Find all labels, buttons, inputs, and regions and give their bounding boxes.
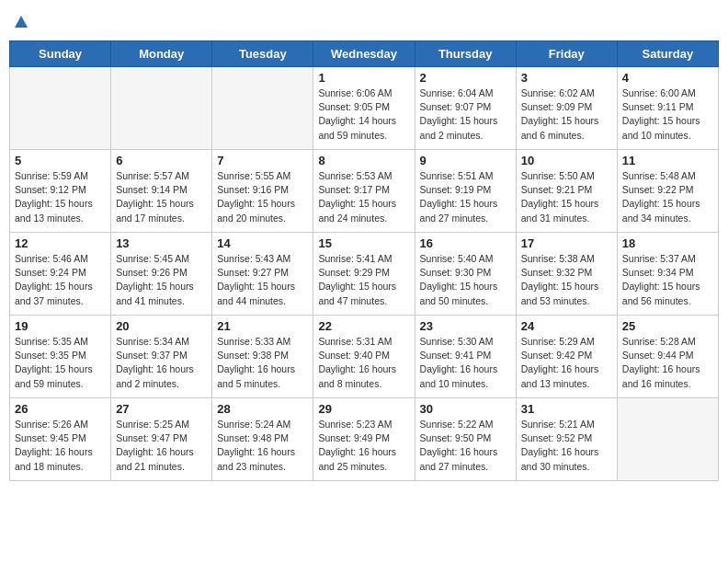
day-number: 27	[116, 402, 207, 416]
calendar-day-cell	[617, 398, 718, 481]
day-number: 23	[420, 319, 511, 333]
day-info: Sunrise: 5:29 AM Sunset: 9:42 PM Dayligh…	[521, 335, 612, 391]
day-info: Sunrise: 5:40 AM Sunset: 9:30 PM Dayligh…	[420, 252, 511, 308]
day-info: Sunrise: 5:55 AM Sunset: 9:16 PM Dayligh…	[217, 169, 308, 225]
calendar-day-cell: 14Sunrise: 5:43 AM Sunset: 9:27 PM Dayli…	[212, 233, 313, 316]
day-number: 8	[318, 154, 409, 167]
day-number: 2	[420, 71, 511, 85]
day-info: Sunrise: 6:02 AM Sunset: 9:09 PM Dayligh…	[521, 86, 612, 143]
day-number: 14	[217, 236, 308, 250]
calendar-day-cell: 12Sunrise: 5:46 AM Sunset: 9:24 PM Dayli…	[10, 233, 111, 316]
calendar-week-row: 5Sunrise: 5:59 AM Sunset: 9:12 PM Daylig…	[10, 150, 719, 233]
calendar-day-cell: 29Sunrise: 5:23 AM Sunset: 9:49 PM Dayli…	[313, 398, 415, 481]
day-number: 4	[622, 71, 713, 85]
day-number: 13	[116, 236, 207, 250]
calendar-day-cell: 19Sunrise: 5:35 AM Sunset: 9:35 PM Dayli…	[10, 316, 111, 398]
day-number: 16	[420, 236, 511, 250]
day-info: Sunrise: 6:00 AM Sunset: 9:11 PM Dayligh…	[622, 86, 713, 143]
calendar-day-cell: 26Sunrise: 5:26 AM Sunset: 9:45 PM Dayli…	[10, 398, 111, 481]
calendar-day-cell: 23Sunrise: 5:30 AM Sunset: 9:41 PM Dayli…	[415, 316, 516, 398]
calendar-day-cell: 7Sunrise: 5:55 AM Sunset: 9:16 PM Daylig…	[212, 150, 313, 233]
calendar-day-cell: 31Sunrise: 5:21 AM Sunset: 9:52 PM Dayli…	[516, 398, 617, 481]
calendar-week-row: 26Sunrise: 5:26 AM Sunset: 9:45 PM Dayli…	[10, 398, 719, 481]
calendar-day-cell: 30Sunrise: 5:22 AM Sunset: 9:50 PM Dayli…	[415, 398, 516, 481]
day-number: 18	[622, 236, 713, 250]
calendar-day-cell: 1Sunrise: 6:06 AM Sunset: 9:05 PM Daylig…	[313, 67, 415, 150]
day-of-week-header: Sunday	[10, 41, 111, 67]
day-number: 21	[217, 319, 308, 333]
day-number: 19	[15, 319, 106, 333]
calendar-day-cell: 18Sunrise: 5:37 AM Sunset: 9:34 PM Dayli…	[617, 233, 718, 316]
day-number: 12	[15, 236, 106, 250]
day-of-week-header: Friday	[516, 41, 617, 67]
day-number: 20	[116, 319, 207, 333]
day-info: Sunrise: 5:41 AM Sunset: 9:29 PM Dayligh…	[318, 252, 409, 308]
day-info: Sunrise: 5:51 AM Sunset: 9:19 PM Dayligh…	[420, 169, 511, 225]
day-number: 1	[318, 71, 409, 85]
day-number: 10	[521, 154, 612, 167]
day-number: 31	[521, 402, 612, 416]
day-info: Sunrise: 5:24 AM Sunset: 9:48 PM Dayligh…	[217, 418, 308, 474]
day-info: Sunrise: 5:37 AM Sunset: 9:34 PM Dayligh…	[622, 252, 713, 308]
calendar-day-cell: 21Sunrise: 5:33 AM Sunset: 9:38 PM Dayli…	[212, 316, 313, 398]
calendar-day-cell: 20Sunrise: 5:34 AM Sunset: 9:37 PM Dayli…	[111, 316, 212, 398]
day-info: Sunrise: 5:21 AM Sunset: 9:52 PM Dayligh…	[521, 418, 612, 474]
calendar-day-cell: 2Sunrise: 6:04 AM Sunset: 9:07 PM Daylig…	[415, 67, 516, 150]
day-info: Sunrise: 5:59 AM Sunset: 9:12 PM Dayligh…	[15, 169, 106, 225]
calendar-day-cell: 3Sunrise: 6:02 AM Sunset: 9:09 PM Daylig…	[516, 67, 617, 150]
day-number: 7	[217, 154, 308, 167]
calendar-day-cell: 5Sunrise: 5:59 AM Sunset: 9:12 PM Daylig…	[10, 150, 111, 233]
day-number: 26	[15, 402, 106, 416]
day-number: 29	[318, 402, 409, 416]
day-info: Sunrise: 5:45 AM Sunset: 9:26 PM Dayligh…	[116, 252, 207, 308]
day-number: 22	[318, 319, 409, 333]
day-info: Sunrise: 5:22 AM Sunset: 9:50 PM Dayligh…	[420, 418, 511, 474]
day-info: Sunrise: 5:26 AM Sunset: 9:45 PM Dayligh…	[15, 418, 106, 474]
calendar-day-cell: 10Sunrise: 5:50 AM Sunset: 9:21 PM Dayli…	[516, 150, 617, 233]
calendar-day-cell: 25Sunrise: 5:28 AM Sunset: 9:44 PM Dayli…	[617, 316, 718, 398]
calendar-day-cell: 6Sunrise: 5:57 AM Sunset: 9:14 PM Daylig…	[111, 150, 212, 233]
day-info: Sunrise: 5:38 AM Sunset: 9:32 PM Dayligh…	[521, 252, 612, 308]
calendar-day-cell	[212, 67, 313, 150]
day-info: Sunrise: 5:34 AM Sunset: 9:37 PM Dayligh…	[116, 335, 207, 391]
day-info: Sunrise: 5:31 AM Sunset: 9:40 PM Dayligh…	[318, 335, 409, 391]
day-info: Sunrise: 5:25 AM Sunset: 9:47 PM Dayligh…	[116, 418, 207, 474]
calendar-header-row: SundayMondayTuesdayWednesdayThursdayFrid…	[10, 41, 719, 67]
day-number: 11	[622, 154, 713, 167]
day-info: Sunrise: 5:53 AM Sunset: 9:17 PM Dayligh…	[318, 169, 409, 225]
day-info: Sunrise: 5:57 AM Sunset: 9:14 PM Dayligh…	[116, 169, 207, 225]
day-info: Sunrise: 5:50 AM Sunset: 9:21 PM Dayligh…	[521, 169, 612, 225]
day-of-week-header: Thursday	[415, 41, 516, 67]
day-number: 15	[318, 236, 409, 250]
day-number: 30	[420, 402, 511, 416]
calendar-day-cell	[111, 67, 212, 150]
calendar-day-cell: 11Sunrise: 5:48 AM Sunset: 9:22 PM Dayli…	[617, 150, 718, 233]
day-number: 17	[521, 236, 612, 250]
day-info: Sunrise: 5:23 AM Sunset: 9:49 PM Dayligh…	[318, 418, 409, 474]
calendar-day-cell: 28Sunrise: 5:24 AM Sunset: 9:48 PM Dayli…	[212, 398, 313, 481]
day-info: Sunrise: 5:43 AM Sunset: 9:27 PM Dayligh…	[217, 252, 308, 308]
logo	[13, 9, 28, 33]
day-info: Sunrise: 5:28 AM Sunset: 9:44 PM Dayligh…	[622, 335, 713, 391]
logo-triangle-icon	[14, 15, 28, 33]
day-number: 28	[217, 402, 308, 416]
calendar-table: SundayMondayTuesdayWednesdayThursdayFrid…	[9, 40, 719, 481]
day-info: Sunrise: 6:06 AM Sunset: 9:05 PM Dayligh…	[318, 86, 409, 143]
calendar-day-cell: 13Sunrise: 5:45 AM Sunset: 9:26 PM Dayli…	[111, 233, 212, 316]
day-number: 3	[521, 71, 612, 85]
calendar-day-cell: 4Sunrise: 6:00 AM Sunset: 9:11 PM Daylig…	[617, 67, 718, 150]
calendar-day-cell: 9Sunrise: 5:51 AM Sunset: 9:19 PM Daylig…	[415, 150, 516, 233]
day-info: Sunrise: 5:46 AM Sunset: 9:24 PM Dayligh…	[15, 252, 106, 308]
page-header	[9, 9, 719, 33]
calendar-day-cell: 17Sunrise: 5:38 AM Sunset: 9:32 PM Dayli…	[516, 233, 617, 316]
calendar-day-cell: 24Sunrise: 5:29 AM Sunset: 9:42 PM Dayli…	[516, 316, 617, 398]
calendar-day-cell: 22Sunrise: 5:31 AM Sunset: 9:40 PM Dayli…	[313, 316, 415, 398]
day-info: Sunrise: 5:35 AM Sunset: 9:35 PM Dayligh…	[15, 335, 106, 391]
calendar-day-cell: 27Sunrise: 5:25 AM Sunset: 9:47 PM Dayli…	[111, 398, 212, 481]
day-info: Sunrise: 5:48 AM Sunset: 9:22 PM Dayligh…	[622, 169, 713, 225]
day-of-week-header: Wednesday	[313, 41, 415, 67]
calendar-day-cell	[10, 67, 111, 150]
day-info: Sunrise: 6:04 AM Sunset: 9:07 PM Dayligh…	[420, 86, 511, 143]
calendar-day-cell: 15Sunrise: 5:41 AM Sunset: 9:29 PM Dayli…	[313, 233, 415, 316]
day-info: Sunrise: 5:30 AM Sunset: 9:41 PM Dayligh…	[420, 335, 511, 391]
